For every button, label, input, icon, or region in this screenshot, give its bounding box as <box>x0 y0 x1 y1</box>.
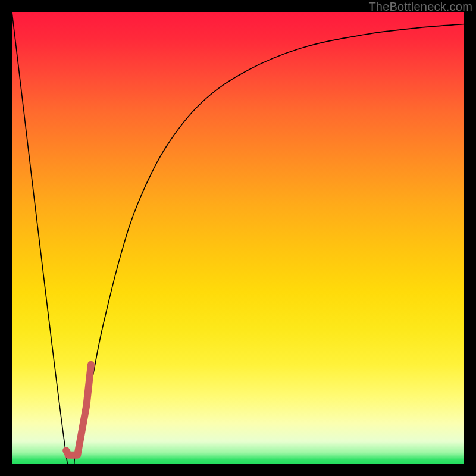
plot-svg <box>12 12 464 464</box>
j-marker <box>66 365 91 455</box>
watermark-text: TheBottleneck.com <box>368 0 472 14</box>
chart-frame: TheBottleneck.com <box>0 0 476 476</box>
bottleneck-curve <box>12 12 464 476</box>
plot-area <box>12 12 464 464</box>
